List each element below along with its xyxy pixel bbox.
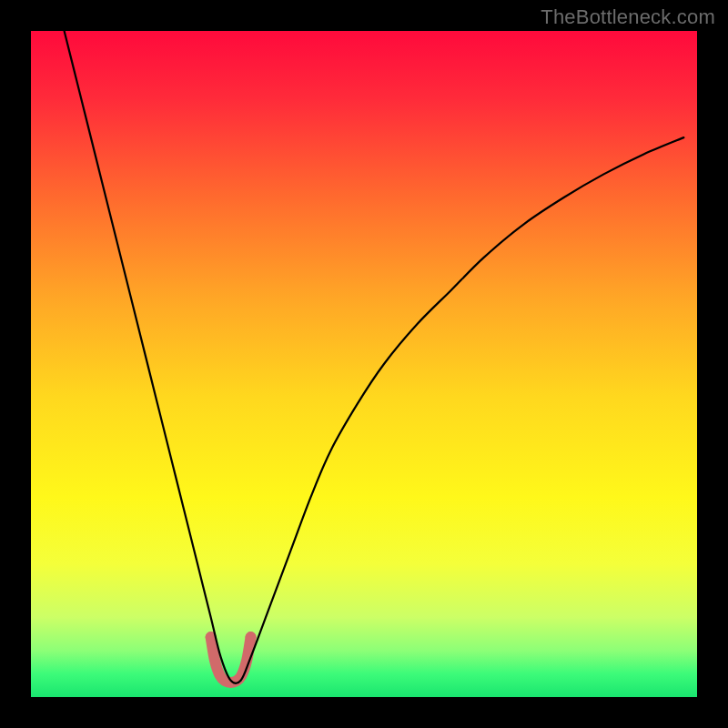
watermark-text: TheBottleneck.com	[541, 5, 715, 29]
plot-area	[31, 31, 697, 697]
min-region-end	[246, 632, 257, 642]
bottleneck-chart	[0, 0, 728, 728]
chart-frame: TheBottleneck.com	[0, 0, 728, 728]
